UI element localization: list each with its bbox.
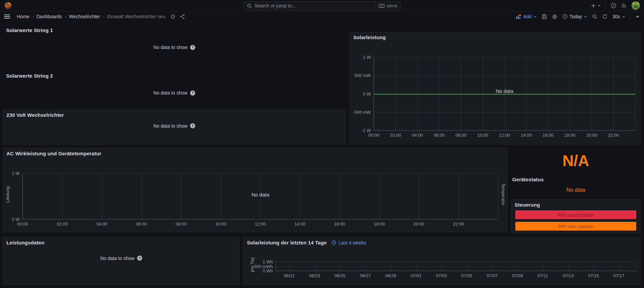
breadcrumb-dashboards[interactable]: Dashboards [36,14,62,19]
refresh-interval-dropdown[interactable]: 30s [612,14,625,19]
panel-title[interactable]: Gerätestatus [512,177,544,182]
news-rss-icon[interactable] [621,3,627,8]
panel-geraetestatus: Gerätestatus No data [511,174,641,197]
grid-line-vertical [619,262,619,271]
grafana-logo[interactable] [4,2,12,9]
grid-line-vertical [543,262,543,271]
x-axis-tick-label: 06:00 [434,133,445,138]
x-axis-tick-label: 07/11 [538,273,548,278]
panel-time-range-link[interactable]: Last 4 weeks [331,240,366,245]
panel-title[interactable]: Solarleistung [353,34,386,40]
x-axis-tick-label: 07/13 [563,273,574,278]
panel-leistungsdaten: Leistungsdaten No data to show ? [3,237,240,285]
grid-line-vertical [300,173,300,219]
rpi-ausschalten-button[interactable]: RPI ausschalten [515,210,636,219]
y-axis-tick-label: -1 W [362,128,371,133]
time-range-picker[interactable]: Today [562,14,587,19]
ac-wirkleistung-chart[interactable]: 1 W0 W00:0002:0004:0006:0008:0010:0012:0… [3,157,507,232]
grid-line-vertical [613,57,614,130]
grid-line-vertical [379,173,380,219]
breadcrumb-folder[interactable]: Wechselrichter [69,14,100,19]
panel-solarleistung-14-tage: Solarleistung der letzten 14 Tage Last 4… [243,237,641,285]
refresh-icon[interactable] [602,14,608,19]
breadcrumb-home[interactable]: Home [17,14,29,19]
rpi-neu-starten-button[interactable]: RPI neu starten [515,222,636,231]
no-data-message: No data to show ? [3,34,346,61]
divider [630,14,630,20]
add-panel-button[interactable]: Add [516,14,537,20]
grid-line-vertical [548,57,548,130]
menu-hamburger-icon[interactable] [4,14,10,19]
x-axis-tick-label: 02:00 [390,133,401,138]
chevron-down-icon [533,15,537,19]
zoom-out-icon[interactable] [592,14,597,19]
breadcrumb-separator: › [65,14,67,19]
panel-title[interactable]: AC Wirkleistung und Gerätetemperatur [6,151,101,156]
keyboard-icon [379,4,385,8]
x-axis-tick-label: 16:00 [543,133,554,138]
grid-line-vertical [102,173,102,219]
panel-title[interactable]: Steuerung [515,202,540,208]
share-icon[interactable] [180,14,185,19]
new-button[interactable] [591,3,601,8]
x-axis-tick-label: 20:00 [586,133,597,138]
y-axis-label: pro Tag [250,257,255,272]
help-circle-icon[interactable]: ? [611,3,616,8]
grid-line-vertical [459,173,459,219]
plot-area[interactable]: 1 Wh500 mWh0 Wh06/2106/2306/2506/2706/29… [276,262,637,271]
grid-line-vertical [441,262,442,271]
no-data-message: No data to show ? [3,79,346,106]
grid-line-vertical [517,262,518,271]
search-input[interactable] [255,3,372,8]
x-axis-tick-label: 14:00 [294,221,306,227]
help-icon[interactable]: ? [137,256,142,261]
panel-title[interactable]: Solarwerte String 2 [6,73,53,79]
y-axis-tick-label: 1 W [12,171,20,176]
x-axis-tick-label: 20:00 [413,221,424,227]
grid-line-vertical [23,173,23,219]
dashboard-settings-gear-icon[interactable] [552,14,558,20]
help-icon[interactable]: ? [190,90,195,96]
save-dashboard-icon[interactable] [542,14,547,19]
grid-line-vertical [419,173,419,219]
chart-no-data-text: No data [496,88,514,94]
grid-line-vertical [483,57,483,130]
help-icon[interactable]: ? [190,45,195,50]
x-axis-tick-label: 22:00 [608,133,619,138]
solarleistung-14-tage-chart[interactable]: 1 Wh500 mWh0 Wh06/2106/2306/2506/2706/29… [243,246,640,285]
x-axis-tick-label: 06/21 [284,273,295,278]
panel-title[interactable]: Leistungsdaten [6,240,44,245]
status-no-data: No data [511,183,641,197]
grid-line-vertical [374,57,374,130]
panel-title[interactable]: Solarwerte String 1 [6,27,53,33]
collapse-toolbar-chevron-up-icon[interactable] [635,14,640,19]
y-axis-label-left: Leistung [5,186,10,203]
help-icon[interactable]: ? [190,123,195,128]
x-axis-tick-label: 22:00 [453,221,464,227]
y-axis-tick-label: 0 W [363,91,371,96]
plus-icon [591,3,596,8]
x-axis-tick-label: 10:00 [215,221,226,227]
solarleistung-chart[interactable]: 1 W500 mW0 W-500 mW-1 W00:0002:0004:0006… [350,41,640,144]
x-axis-tick-label: 07/05 [461,273,472,278]
x-axis-tick-label: 12:00 [499,133,510,138]
plot-area[interactable]: 1 W0 W00:0002:0004:0006:0008:0010:0012:0… [22,173,498,219]
user-avatar[interactable] [632,1,640,10]
grid-line-vertical [62,173,62,219]
panel-title[interactable]: 230 Volt Wechselrichter [6,112,64,118]
chevron-down-icon [584,15,587,19]
chevron-down-icon [622,15,625,19]
star-icon[interactable] [170,14,176,19]
grid-line-vertical [570,57,570,130]
y-axis-tick-label: 0 W [12,217,20,222]
x-axis-tick-label: 12:00 [255,221,266,227]
panel-title[interactable]: Solarleistung der letzten 14 Tage [247,240,327,245]
grid-line-horizontal [374,130,635,131]
grid-line-vertical [505,57,505,130]
plot-area[interactable]: 1 W500 mW0 W-500 mW-1 W00:0002:0004:0006… [373,57,636,131]
clock-icon [331,240,336,245]
x-axis-tick-label: 07/09 [512,273,523,278]
no-data-message: No data to show ? [3,246,239,285]
grid-line-vertical [526,57,526,130]
global-search[interactable]: ctrl+k [243,1,401,10]
